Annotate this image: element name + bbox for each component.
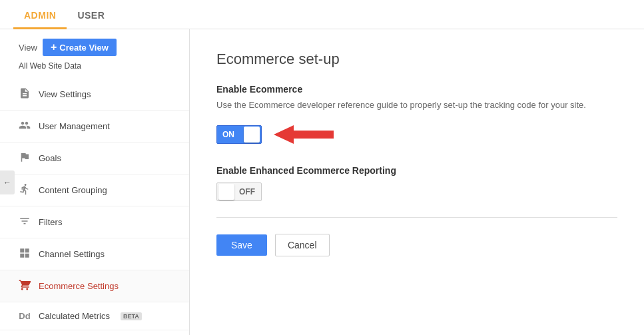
toggle-on-label: ON: [217, 130, 242, 139]
cart-icon: [19, 279, 31, 293]
arrow-container: [274, 123, 334, 147]
person-up-icon: [19, 183, 31, 197]
sidebar-item-label: Ecommerce Settings: [39, 281, 119, 291]
sidebar-item-view-settings[interactable]: View Settings: [0, 79, 189, 111]
top-nav: ADMIN USER: [0, 0, 644, 29]
sidebar: View Create View All Web Site Data View …: [0, 29, 190, 335]
ecommerce-enhanced-toggle[interactable]: OFF: [216, 182, 262, 201]
filter-icon: [19, 215, 31, 229]
sidebar-item-label: Calculated Metrics: [39, 311, 110, 321]
view-row: View Create View: [0, 39, 189, 61]
sidebar-item-ecommerce-settings[interactable]: Ecommerce Settings: [0, 270, 189, 302]
sidebar-item-channel-settings[interactable]: Channel Settings: [0, 238, 189, 270]
save-button[interactable]: Save: [216, 234, 267, 256]
sidebar-item-label: View Settings: [39, 89, 91, 99]
red-arrow-icon: [274, 123, 334, 147]
all-web-label: All Web Site Data: [0, 61, 189, 79]
view-label: View: [19, 43, 37, 53]
toggle-off-label: OFF: [236, 187, 261, 196]
sidebar-item-label: Channel Settings: [39, 249, 105, 259]
layout: View Create View All Web Site Data View …: [0, 29, 644, 335]
flag-icon: [19, 151, 31, 165]
main-content: Ecommerce set-up Enable Ecommerce Use th…: [190, 29, 644, 335]
toggle-knob-off: [218, 184, 234, 200]
action-buttons: Save Cancel: [216, 234, 617, 256]
toggle-knob: [244, 127, 260, 143]
sidebar-item-label: User Management: [39, 121, 110, 131]
back-button[interactable]: [0, 170, 15, 194]
sidebar-item-user-management[interactable]: User Management: [0, 111, 189, 143]
svg-marker-0: [274, 125, 334, 144]
sidebar-item-label: Filters: [39, 217, 62, 227]
sidebar-item-calculated-metrics[interactable]: Dd Calculated Metrics BETA: [0, 302, 189, 330]
create-view-button[interactable]: Create View: [43, 39, 117, 56]
page-title: Ecommerce set-up: [216, 51, 617, 68]
sidebar-item-label: Content Grouping: [39, 185, 107, 195]
sidebar-item-content-grouping[interactable]: Content Grouping: [0, 174, 189, 206]
beta-badge: BETA: [121, 312, 142, 320]
nav-admin[interactable]: ADMIN: [13, 3, 67, 29]
divider: [216, 217, 617, 218]
document-icon: [19, 87, 31, 101]
dd-icon: Dd: [19, 311, 31, 321]
cancel-button[interactable]: Cancel: [275, 234, 330, 256]
nav-user[interactable]: USER: [67, 3, 115, 29]
sidebar-item-goals[interactable]: Goals: [0, 143, 189, 174]
enable-ecommerce-desc: Use the Ecommerce developer reference gu…: [216, 99, 617, 112]
enhanced-ecommerce-title: Enable Enhanced Ecommerce Reporting: [216, 165, 617, 176]
users-icon: [19, 119, 31, 133]
toggle-off-row: OFF: [216, 182, 617, 201]
ecommerce-toggle-on[interactable]: ON: [216, 125, 262, 144]
sidebar-item-filters[interactable]: Filters: [0, 206, 189, 238]
grid-icon: [19, 247, 31, 261]
sidebar-item-label: Goals: [39, 153, 61, 163]
toggle-on-row: ON: [216, 123, 617, 147]
enable-ecommerce-title: Enable Ecommerce: [216, 84, 617, 95]
